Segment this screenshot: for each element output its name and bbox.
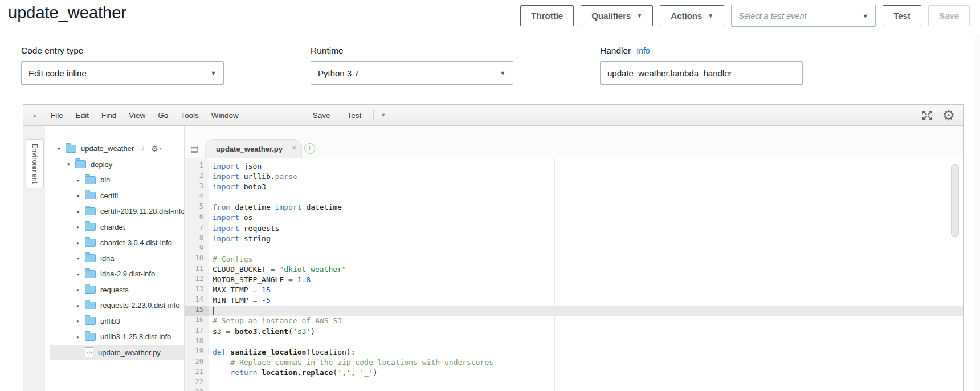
settings-gear-icon[interactable]: ⚙	[942, 110, 955, 121]
code-line[interactable]: return location.replace(',', '_')	[209, 368, 963, 378]
tree-expanded-arrow-icon[interactable]: ▾	[67, 161, 75, 167]
code-line[interactable]: MIN_TEMP = -5	[209, 295, 963, 306]
code-line[interactable]: import boto3	[209, 182, 963, 192]
line-number[interactable]: 16	[185, 316, 209, 326]
menu-save[interactable]: Save	[307, 111, 337, 120]
menu-find[interactable]: Find	[95, 111, 122, 120]
open-files-list-icon[interactable]: ▤	[190, 145, 198, 153]
run-options-caret-icon[interactable]: ▼	[377, 112, 389, 118]
line-number[interactable]: 18	[185, 337, 209, 347]
line-number[interactable]: 23	[185, 388, 209, 391]
actions-button[interactable]: Actions ▼	[660, 5, 724, 26]
code-line[interactable]: # Replace commas in the zip code locatio…	[209, 357, 963, 368]
tree-collapsed-arrow-icon[interactable]: ▸	[77, 224, 85, 230]
tree-collapsed-arrow-icon[interactable]: ▸	[77, 240, 85, 246]
tree-item-requests-2-23-0-dist-info[interactable]: ▸requests-2.23.0.dist-info	[50, 298, 184, 313]
tree-collapsed-arrow-icon[interactable]: ▸	[77, 303, 85, 308]
tree-collapsed-arrow-icon[interactable]: ▸	[77, 209, 85, 214]
tree-collapsed-arrow-icon[interactable]: ▸	[77, 287, 85, 292]
tree-settings-caret-icon[interactable]: ▾	[159, 146, 161, 151]
line-number[interactable]: 3	[185, 182, 209, 192]
tree-item-update-weather-py[interactable]: <>update_weather.py	[50, 345, 184, 361]
line-number[interactable]: 12	[185, 275, 209, 285]
code-entry-select[interactable]: Edit code inline ▼	[21, 61, 224, 85]
line-number[interactable]: 4	[185, 192, 209, 202]
code-line[interactable]	[209, 337, 963, 347]
tree-item-chardet-3-0-4-dist-info[interactable]: ▸chardet-3.0.4.dist-info	[50, 235, 184, 251]
tree-item-urllib3[interactable]: ▸urllib3	[50, 313, 184, 329]
line-number[interactable]: 11	[185, 264, 209, 275]
line-number[interactable]: 2	[185, 172, 209, 182]
line-number[interactable]: 6	[185, 213, 209, 223]
fullscreen-icon[interactable]	[922, 110, 933, 121]
tree-item-certifi-2019-11-28-dist-info[interactable]: ▸certifi-2019.11.28.dist-info	[50, 203, 184, 219]
line-number-gutter[interactable]: 1234567891011121314151617181920212223	[185, 158, 209, 391]
code-line[interactable]	[209, 192, 963, 202]
code-line[interactable]: import os	[209, 213, 963, 223]
line-number[interactable]: 19	[185, 347, 209, 357]
menu-tools[interactable]: Tools	[174, 111, 205, 120]
line-number[interactable]: 5	[185, 202, 209, 213]
code-line[interactable]	[209, 378, 963, 388]
runtime-select[interactable]: Python 3.7 ▼	[311, 61, 513, 85]
tree-collapsed-arrow-icon[interactable]: ▸	[77, 193, 85, 198]
tree-item-urllib3-1-25-8-dist-info[interactable]: ▸urllib3-1.25.8.dist-info	[50, 329, 184, 345]
code-line[interactable]: import urllib.parse	[209, 172, 963, 182]
tree-item-update-weather[interactable]: ▾update_weather- /⚙▾	[50, 141, 184, 157]
code-line[interactable]: MOTOR_STEP_ANGLE = 1.8	[209, 275, 963, 285]
menu-edit[interactable]: Edit	[70, 111, 95, 120]
line-number[interactable]: 7	[185, 223, 209, 234]
code-line[interactable]: from datetime import datetime	[209, 202, 963, 213]
code-line[interactable]: # Configs	[209, 254, 963, 264]
code-line[interactable]: import string	[209, 234, 963, 244]
code-area[interactable]: 1234567891011121314151617181920212223 im…	[185, 158, 963, 391]
tree-collapsed-arrow-icon[interactable]: ▸	[77, 318, 85, 324]
tree-item-idna[interactable]: ▸idna	[50, 251, 184, 267]
menu-window[interactable]: Window	[205, 111, 245, 120]
line-number[interactable]: 8	[185, 234, 209, 244]
line-number[interactable]: 15	[185, 306, 209, 316]
tab-close-icon[interactable]: ×	[292, 144, 296, 152]
editor-scrollbar-thumb[interactable]	[951, 164, 959, 237]
menu-test[interactable]: Test	[341, 111, 368, 120]
save-button[interactable]: Save	[928, 5, 970, 26]
line-number[interactable]: 1	[185, 161, 209, 172]
handler-info-link[interactable]: Info	[636, 46, 650, 55]
code-line[interactable]	[209, 306, 963, 316]
code-line[interactable]: # Setup an instance of AWS S3	[209, 316, 963, 326]
line-number[interactable]: 10	[185, 254, 209, 264]
collapse-editor-icon[interactable]: ▲	[32, 112, 38, 119]
code-line[interactable]: def sanitize_location(location):	[209, 347, 963, 357]
handler-input[interactable]: update_weather.lambda_handler	[600, 61, 803, 85]
tree-settings-gear-icon[interactable]: ⚙	[151, 144, 158, 153]
code-line[interactable]	[209, 244, 963, 254]
tree-item-bin[interactable]: ▸bin	[50, 172, 184, 188]
menu-go[interactable]: Go	[152, 111, 174, 120]
test-event-select[interactable]: Select a test event ▼	[731, 5, 876, 27]
code-line[interactable]: s3 = boto3.client('s3')	[209, 327, 963, 337]
menu-file[interactable]: File	[44, 111, 70, 120]
code-line[interactable]: MAX_TEMP = 15	[209, 285, 963, 295]
tree-item-certifi[interactable]: ▸certifi	[50, 188, 184, 204]
code-line[interactable]: CLOUD_BUCKET = "dkiot-weather"	[209, 264, 963, 275]
test-button[interactable]: Test	[883, 5, 921, 26]
tree-item-chardet[interactable]: ▸chardet	[50, 219, 184, 235]
tree-expanded-arrow-icon[interactable]: ▾	[58, 146, 66, 152]
throttle-button[interactable]: Throttle	[520, 5, 574, 26]
tree-collapsed-arrow-icon[interactable]: ▸	[77, 271, 85, 277]
tree-collapsed-arrow-icon[interactable]: ▸	[77, 177, 85, 183]
line-number[interactable]: 17	[185, 327, 209, 337]
tree-item-idna-2-9-dist-info[interactable]: ▸idna-2.9.dist-info	[50, 266, 184, 282]
code-line[interactable]: import requests	[209, 223, 963, 234]
line-number[interactable]: 13	[185, 285, 209, 295]
environment-tab[interactable]: Environment	[26, 139, 44, 188]
code-lines[interactable]: import jsonimport urllib.parseimport bot…	[209, 158, 963, 391]
code-line[interactable]: import json	[209, 161, 963, 172]
new-tab-plus-icon[interactable]: +	[304, 143, 315, 154]
tab-update-weather-py[interactable]: update_weather.py ×	[205, 139, 302, 158]
tree-collapsed-arrow-icon[interactable]: ▸	[77, 255, 85, 261]
tree-collapsed-arrow-icon[interactable]: ▸	[77, 334, 85, 340]
menu-view[interactable]: View	[122, 111, 152, 120]
line-number[interactable]: 20	[185, 357, 209, 368]
page-scrollbar[interactable]	[975, 34, 980, 391]
